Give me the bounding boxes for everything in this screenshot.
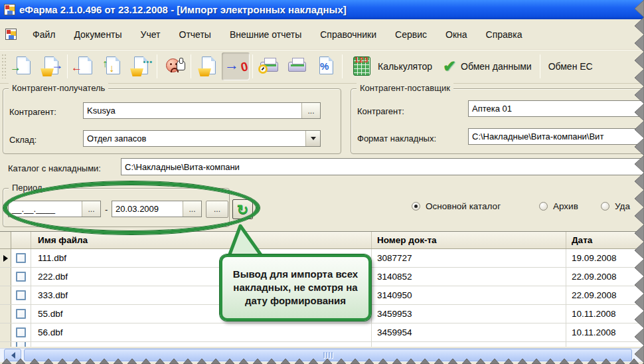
import-zero-button[interactable]: → 0 <box>222 52 250 80</box>
menu-service[interactable]: Сервис <box>386 26 436 43</box>
receiver-contractor-field[interactable]: Ksusya ... <box>83 102 321 119</box>
catalog-label: Каталог с накладными: <box>8 163 101 173</box>
catalog-field[interactable]: C:\Накладные\Вита-компани <box>121 158 644 175</box>
radio-deleted[interactable]: Уда <box>601 201 630 211</box>
row-selector[interactable] <box>0 323 11 341</box>
toolbar: → → ← ↑ ↓ ••• <box>0 50 644 84</box>
toolbar-separator <box>252 54 253 78</box>
menu-file[interactable]: Файл <box>23 26 64 43</box>
toolbar-separator <box>157 54 157 78</box>
calculator-button[interactable]: 123 Калькулятор <box>345 52 438 80</box>
menu-external-reports[interactable]: Внешние отчеты <box>220 26 311 43</box>
calculator-label: Калькулятор <box>378 61 432 72</box>
percent-button[interactable]: % <box>311 52 339 80</box>
receiver-group-title: Контрагент-получатель <box>9 83 108 93</box>
row-selector[interactable] <box>0 268 11 286</box>
ec-exchange-button[interactable]: Обмен ЕС <box>543 52 598 80</box>
toolbar-grip[interactable] <box>2 54 6 78</box>
app-window: еФарма 2.1.0.496 от 23.12.2008 - [Импорт… <box>0 0 644 364</box>
down-arrow-icon: ↓ <box>109 63 114 74</box>
blue-arrow-icon: → <box>51 59 63 71</box>
radio-icon <box>539 202 548 211</box>
red-arrow-icon: ← <box>71 62 82 73</box>
row-selector[interactable] <box>0 286 11 304</box>
torn-edge-bottom <box>0 359 644 364</box>
green-arrow-icon: → <box>10 62 21 73</box>
printer-icon <box>288 62 306 72</box>
checkmark-icon: ✔ <box>443 57 456 76</box>
radio-archive[interactable]: Архив <box>539 201 578 211</box>
reject-button[interactable] <box>160 52 188 80</box>
annotation-pointer <box>219 223 279 259</box>
box-icon <box>130 68 143 76</box>
row-checkbox[interactable] <box>11 268 31 286</box>
menu-documents[interactable]: Документы <box>64 26 131 43</box>
print-button[interactable] <box>283 52 311 80</box>
data-exchange-button[interactable]: ✔ Обмен данными <box>438 52 537 80</box>
supplier-contractor-field[interactable]: Аптека 01 <box>468 100 644 117</box>
annotation-text: Вывод для импорта всех накладных, не смо… <box>228 268 362 308</box>
return-document-button[interactable]: ← <box>70 52 98 80</box>
current-row-arrow-icon <box>3 255 8 262</box>
unpack-box-button[interactable] <box>194 52 222 80</box>
row-selector[interactable] <box>0 305 11 323</box>
menu-help[interactable]: Справка <box>477 26 532 43</box>
warehouse-combobox[interactable]: Отдел запасов <box>83 130 321 147</box>
supplier-group-title: Контрагент-поставщик <box>357 83 453 93</box>
row-checkbox[interactable] <box>11 249 31 267</box>
import-document-button[interactable]: → <box>9 52 37 80</box>
row-selector[interactable] <box>0 249 11 267</box>
menu-reports[interactable]: Отчеты <box>170 26 220 43</box>
title-bar: еФарма 2.1.0.496 от 23.12.2008 - [Импорт… <box>0 0 644 19</box>
radio-icon <box>412 202 420 211</box>
radio-icon <box>601 202 609 211</box>
chevron-down-icon[interactable] <box>305 131 320 146</box>
toolbar-separator <box>342 54 343 78</box>
header-doc-number[interactable]: Номер док-та <box>372 232 566 248</box>
up-arrow-icon: ↑ <box>102 58 108 69</box>
export-to-box-button[interactable]: → <box>37 52 64 80</box>
calculator-badge: 123 <box>355 56 368 64</box>
radio-main-catalog[interactable]: Основной каталог <box>412 201 501 211</box>
percent-icon: % <box>320 60 329 72</box>
table-header: Имя файла Номер док-та Дата <box>0 232 644 249</box>
annotation-callout: Вывод для импорта всех накладных, не смо… <box>220 254 371 321</box>
menu-windows[interactable]: Окна <box>436 26 477 43</box>
receiver-contractor-browse-button[interactable]: ... <box>301 103 320 118</box>
toolbar-separator <box>67 54 68 78</box>
supplier-contractor-label: Контрагент: <box>357 106 404 116</box>
format-field[interactable]: C:\Накладные\Вита-компани\Вит <box>468 128 644 145</box>
menu-accounting[interactable]: Учет <box>131 26 170 43</box>
header-file-name[interactable]: Имя файла <box>31 232 372 248</box>
torn-edge-right <box>633 0 644 364</box>
row-checkbox[interactable] <box>11 305 31 323</box>
row-checkbox[interactable] <box>11 323 31 341</box>
toolbar-separator <box>540 54 540 78</box>
dots-icon: ••• <box>143 58 153 66</box>
menu-bar: Файл Документы Учет Отчеты Внешние отчет… <box>0 19 644 50</box>
sync-documents-button[interactable]: ↑ ↓ <box>98 52 126 80</box>
ec-exchange-label: Обмен ЕС <box>548 61 593 72</box>
menu-directories[interactable]: Справочники <box>311 26 386 43</box>
app-icon <box>4 4 15 15</box>
print-preview-button[interactable] <box>256 52 283 80</box>
box-document-list-button[interactable]: ••• <box>126 52 154 80</box>
clock-icon <box>258 64 268 74</box>
box-icon <box>198 68 211 76</box>
row-checkbox[interactable] <box>11 286 31 304</box>
receiver-contractor-label: Контрагент: <box>9 107 56 117</box>
window-title: еФарма 2.1.0.496 от 23.12.2008 - [Импорт… <box>19 4 347 15</box>
toolbar-separator <box>191 54 191 78</box>
table-row[interactable]: 56.dbf 3459954 10.11.2008 <box>0 323 644 342</box>
format-label: Формат накладных: <box>357 134 436 143</box>
data-exchange-label: Обмен данными <box>461 61 532 72</box>
mdi-child-icon <box>5 29 17 40</box>
warehouse-label: Склад: <box>9 135 37 145</box>
hand-cursor-icon <box>177 60 185 70</box>
